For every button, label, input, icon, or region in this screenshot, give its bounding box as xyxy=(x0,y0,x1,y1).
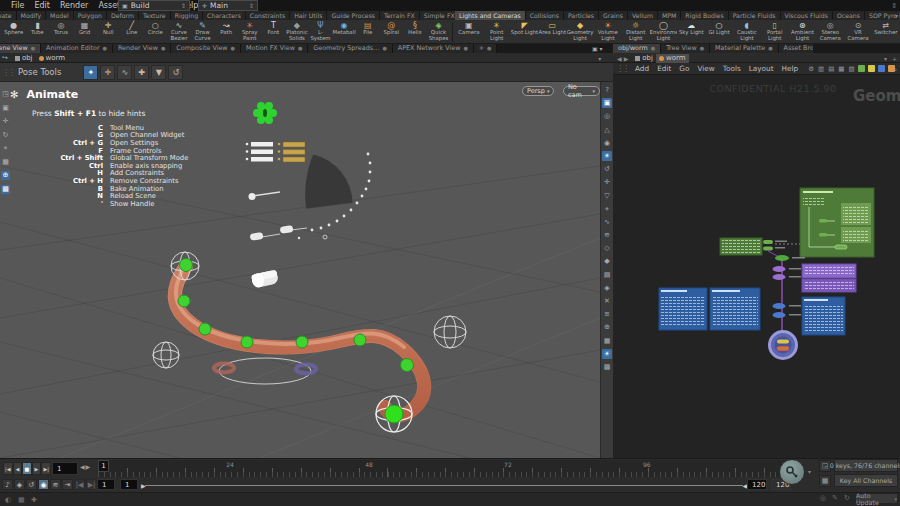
shelf-tab[interactable]: Model xyxy=(46,11,74,20)
sticky-note-blue-2[interactable] xyxy=(710,288,760,330)
recook-icon[interactable]: ↻ xyxy=(844,494,850,502)
breadcrumb-node[interactable]: worm xyxy=(36,54,69,63)
frame-spinner-icons[interactable]: ◀▶ xyxy=(80,463,91,470)
shelf-tab[interactable]: Grains xyxy=(599,11,628,20)
pane-tab-close-icon[interactable]: ● xyxy=(161,45,165,51)
shelf-tool[interactable]: ✳ Spray Paint xyxy=(238,20,262,44)
pin-slider-handle[interactable] xyxy=(249,192,281,200)
status-icon[interactable]: ◐ xyxy=(5,496,11,504)
shelf-tool[interactable]: ☁ Sky Light xyxy=(677,20,705,44)
pane-tab[interactable]: Tree View● xyxy=(661,44,710,53)
pane-tab-close-icon[interactable]: ● xyxy=(231,45,235,51)
sticky-note-purple[interactable] xyxy=(802,264,856,292)
shelf-tool[interactable]: ∿ Curve Bezier xyxy=(167,20,191,44)
viewport-display-icon[interactable]: ✛ xyxy=(602,177,612,187)
breadcrumb-root[interactable]: obj xyxy=(12,54,36,63)
transport-button[interactable]: |◀ xyxy=(3,462,13,475)
network-menu-item[interactable]: Edit xyxy=(653,64,675,73)
network-menu-item[interactable]: View xyxy=(693,64,718,73)
timeline-ruler[interactable]: 1 24487296120 xyxy=(98,460,792,477)
memory-icon[interactable]: ◎ xyxy=(820,494,826,502)
playback-option-button[interactable]: ↺ xyxy=(26,479,37,490)
shelf-tool[interactable]: ▭ Area Light xyxy=(538,20,566,44)
color-palette-icon[interactable] xyxy=(878,65,885,72)
network-toolbar-icon[interactable]: ▧ xyxy=(846,65,856,73)
shelf-tool[interactable]: ✛ Null xyxy=(96,20,120,44)
key-options-caret-icon[interactable]: ▾ xyxy=(808,468,811,475)
viewport-display-icon[interactable]: ☀ xyxy=(602,349,612,359)
transport-button[interactable]: ■ xyxy=(22,462,32,475)
pose-tool-button[interactable]: ✚ xyxy=(134,65,149,80)
viewport-display-icon[interactable]: △ xyxy=(602,125,612,135)
shelf-tab[interactable]: Vellum xyxy=(628,11,658,20)
menu-item[interactable]: File xyxy=(6,1,29,10)
pane-tab-close-icon[interactable]: ● xyxy=(651,45,655,51)
range-start-field-2[interactable]: 1 xyxy=(120,479,138,490)
camera-select-button[interactable]: No cam▾ xyxy=(563,86,600,96)
playback-option-button[interactable]: |◀ xyxy=(74,479,85,490)
viewport-tool-icon[interactable]: ▩ xyxy=(1,185,10,194)
shelf-tool[interactable]: ◆ Platonic Solids xyxy=(285,20,309,44)
shelf-tool[interactable]: ◉ Metaball xyxy=(332,20,356,44)
shelf-tab[interactable]: Constraints xyxy=(246,11,290,20)
range-slider-left-handle[interactable]: ▶ xyxy=(141,482,146,489)
shelf-tab[interactable]: Deform xyxy=(107,11,139,20)
pane-tab-close-icon[interactable]: ● xyxy=(487,45,491,51)
node-chain[interactable] xyxy=(763,240,805,332)
shelf-tool[interactable]: ▣ Camera xyxy=(455,20,483,44)
shelf-overflow-caret-icon[interactable]: ▾ xyxy=(895,12,898,19)
gear-handle[interactable] xyxy=(253,102,277,124)
path-caret-icon[interactable]: ▾ xyxy=(884,55,887,62)
shelf-tool[interactable]: ╱ Line xyxy=(120,20,144,44)
shelf-tool[interactable]: ☼ Distant Light xyxy=(622,20,650,44)
snapshot-icon[interactable] xyxy=(858,65,865,72)
network-search-icon[interactable]: ⌕ xyxy=(893,65,897,75)
viewport-display-icon[interactable]: ✕ xyxy=(602,296,612,306)
pane-menu-icon[interactable]: ▣ ▾ xyxy=(592,45,603,52)
pane-tab[interactable]: Geometry Spreads…● xyxy=(308,44,393,53)
arc-fan-handle[interactable] xyxy=(305,154,353,209)
shelf-tool[interactable]: ◎ Torus xyxy=(49,20,73,44)
pane-tab[interactable]: Animation Editor● xyxy=(41,44,113,53)
playback-option-button[interactable]: ♪ xyxy=(2,479,13,490)
pane-tab[interactable]: +● xyxy=(474,44,498,53)
shelf-tool[interactable]: ○ GI Light xyxy=(705,20,733,44)
shelf-tab[interactable]: Modify xyxy=(17,11,47,20)
transport-button[interactable]: ▶| xyxy=(41,462,51,475)
scene-selector[interactable]: ✛ Main ⇕ xyxy=(198,0,258,11)
shelf-tab[interactable]: Hair Utils xyxy=(290,11,327,20)
desktop-selector[interactable]: ▣ Build ⇕ xyxy=(118,0,190,11)
viewport-display-icon[interactable]: ∿ xyxy=(602,217,612,227)
nav-back-icon[interactable]: ◀ xyxy=(617,55,622,62)
shelf-tool[interactable]: ● Sphere xyxy=(2,20,26,44)
shelf-tab[interactable]: MPM xyxy=(658,11,681,20)
network-menu-item[interactable]: Help xyxy=(778,64,803,73)
viewport-display-icon[interactable]: ▤ xyxy=(602,270,612,280)
pane-tab[interactable]: Motion FX View● xyxy=(241,44,308,53)
pose-tool-button[interactable]: ↺ xyxy=(168,65,183,80)
network-menu-item[interactable]: Go xyxy=(675,64,693,73)
range-start-field[interactable]: 1 xyxy=(97,479,115,490)
path-caret-icon[interactable]: ▾ xyxy=(598,55,601,62)
pane-drag-handle[interactable]: ⋮⋮ xyxy=(616,64,628,73)
viewport-tool-icon[interactable]: ▣ xyxy=(1,104,10,113)
viewport-display-icon[interactable]: ? xyxy=(602,85,612,95)
persp-view-button[interactable]: Persp▾ xyxy=(522,86,554,96)
viewport-display-icon[interactable]: ◎ xyxy=(602,111,612,121)
shelf-tool[interactable]: ▤ File xyxy=(356,20,380,44)
pane-tab-close-icon[interactable]: ● xyxy=(382,45,386,51)
viewport-tool-icon[interactable]: ⊕ xyxy=(1,171,10,180)
pane-tab[interactable]: Asset Browser● xyxy=(779,44,813,53)
nav-forward-icon[interactable]: ▶ xyxy=(624,55,629,62)
pane-tab[interactable]: Composite View● xyxy=(171,44,241,53)
shelf-tool[interactable]: Ψ L-System xyxy=(309,20,333,44)
playback-option-button[interactable]: ◈ xyxy=(14,479,25,490)
range-end-field[interactable]: 120 xyxy=(747,479,767,490)
notes-icon[interactable] xyxy=(868,65,875,72)
pane-tab[interactable]: Material Palette● xyxy=(710,44,779,53)
network-toolbar-icon[interactable]: ⚙ xyxy=(806,65,816,73)
transport-button[interactable]: ◀ xyxy=(13,462,23,475)
shelf-tool[interactable]: ▯ Portal Light xyxy=(761,20,789,44)
shelf-tool[interactable]: ○ Circle xyxy=(144,20,168,44)
capsule-slider-1[interactable] xyxy=(250,232,280,241)
